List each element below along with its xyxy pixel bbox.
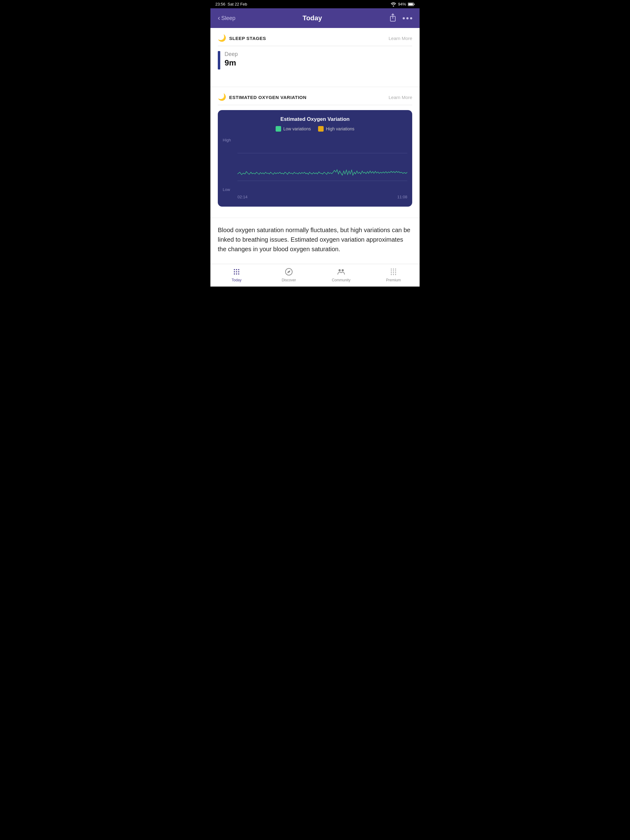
nav-title: Today (303, 14, 322, 22)
share-button[interactable] (389, 13, 397, 23)
dot-1 (403, 17, 405, 19)
description-text: Blood oxygen saturation normally fluctua… (211, 218, 419, 264)
tab-discover[interactable]: Discover (263, 267, 315, 282)
sleep-stages-section: 🌙 SLEEP STAGES Learn More Deep 9m (211, 28, 419, 87)
status-time-date: 23:56 Sat 22 Feb (215, 2, 247, 6)
svg-point-30 (391, 274, 392, 275)
svg-point-13 (238, 271, 239, 272)
svg-point-25 (393, 271, 394, 272)
sleep-stage-info: Deep 9m (225, 51, 238, 69)
legend-high: High variations (318, 126, 355, 132)
sleep-stages-content: Deep 9m (218, 51, 412, 69)
svg-point-26 (395, 271, 396, 272)
sleep-moon-icon: 🌙 (218, 34, 226, 42)
svg-point-15 (236, 273, 237, 275)
svg-point-19 (339, 269, 341, 272)
oxygen-variation-section: 🌙 ESTIMATED OXYGEN VARIATION Learn More … (211, 87, 419, 218)
today-icon (232, 267, 241, 276)
svg-point-21 (391, 269, 392, 270)
legend-high-swatch (318, 126, 324, 132)
svg-point-31 (393, 274, 394, 275)
x-label-end: 11:08 (397, 195, 407, 199)
svg-point-29 (395, 272, 396, 273)
tab-discover-label: Discover (282, 278, 296, 282)
sleep-stage-label: Deep (225, 51, 238, 57)
wifi-icon (391, 2, 396, 6)
tab-premium[interactable]: Premium (367, 267, 419, 282)
chart-plot (237, 138, 407, 192)
svg-rect-3 (414, 4, 415, 5)
svg-point-22 (393, 269, 394, 270)
oxygen-chart-container: Estimated Oxygen Variation Low variation… (218, 110, 412, 207)
svg-point-20 (342, 269, 344, 272)
svg-point-24 (391, 271, 392, 272)
app-container: ‹ Sleep Today (211, 8, 419, 287)
discover-icon (284, 267, 293, 276)
chart-legend: Low variations High variations (223, 126, 407, 132)
main-content: 🌙 SLEEP STAGES Learn More Deep 9m (211, 28, 419, 264)
svg-point-9 (236, 269, 237, 270)
status-bar: 23:56 Sat 22 Feb 94% (211, 0, 419, 8)
back-arrow-icon: ‹ (218, 14, 220, 22)
y-label-low: Low (223, 187, 236, 192)
share-icon (389, 13, 397, 22)
svg-point-11 (234, 271, 235, 272)
premium-icon (389, 267, 398, 276)
tab-premium-label: Premium (386, 278, 401, 282)
oxygen-variation-title-group: 🌙 ESTIMATED OXYGEN VARIATION (218, 93, 306, 101)
dot-2 (406, 17, 408, 19)
oxygen-variation-header: 🌙 ESTIMATED OXYGEN VARIATION Learn More (218, 93, 412, 105)
back-button[interactable]: ‹ Sleep (218, 14, 235, 22)
battery-level: 94% (398, 2, 406, 6)
tab-today-label: Today (232, 278, 242, 282)
sleep-deep-bar (218, 51, 220, 69)
sleep-stages-title-group: 🌙 SLEEP STAGES (218, 34, 266, 42)
status-icons: 94% (391, 2, 415, 6)
svg-point-27 (391, 272, 392, 273)
tab-today[interactable]: Today (211, 267, 263, 282)
chart-title: Estimated Oxygen Variation (223, 116, 407, 122)
svg-point-32 (395, 274, 396, 275)
svg-point-0 (393, 6, 394, 6)
chart-svg (237, 138, 407, 192)
tab-bar: Today Discover Community (211, 264, 419, 287)
oxygen-moon-icon: 🌙 (218, 93, 226, 101)
section-spacer-1 (218, 69, 412, 82)
legend-low-swatch (275, 126, 281, 132)
svg-point-16 (238, 273, 239, 275)
tab-community[interactable]: Community (315, 267, 367, 282)
chart-area: High Low (223, 138, 407, 199)
svg-point-14 (234, 273, 235, 275)
svg-point-28 (393, 272, 394, 273)
svg-point-12 (236, 271, 237, 272)
sleep-stages-title: SLEEP STAGES (229, 36, 266, 41)
back-label: Sleep (221, 15, 235, 22)
legend-high-label: High variations (326, 126, 355, 131)
x-label-start: 02:14 (237, 195, 248, 199)
nav-actions (389, 13, 412, 23)
dot-3 (410, 17, 412, 19)
legend-low: Low variations (275, 126, 311, 132)
sleep-stages-learn-more[interactable]: Learn More (388, 36, 412, 41)
chart-y-labels: High Low (223, 138, 236, 192)
battery-icon (408, 2, 415, 6)
community-icon (337, 267, 346, 276)
svg-point-8 (234, 269, 235, 270)
legend-low-label: Low variations (283, 126, 311, 131)
more-options-button[interactable] (403, 17, 412, 19)
oxygen-learn-more[interactable]: Learn More (388, 95, 412, 100)
svg-marker-18 (287, 270, 290, 273)
nav-bar: ‹ Sleep Today (211, 8, 419, 28)
svg-point-23 (395, 269, 396, 270)
svg-rect-2 (408, 3, 413, 5)
sleep-stage-value: 9m (225, 58, 238, 68)
y-label-high: High (223, 138, 236, 142)
chart-x-labels: 02:14 11:08 (237, 195, 407, 199)
svg-point-10 (238, 269, 239, 270)
sleep-stages-header: 🌙 SLEEP STAGES Learn More (218, 34, 412, 46)
oxygen-variation-title: ESTIMATED OXYGEN VARIATION (229, 95, 306, 100)
tab-community-label: Community (332, 278, 351, 282)
